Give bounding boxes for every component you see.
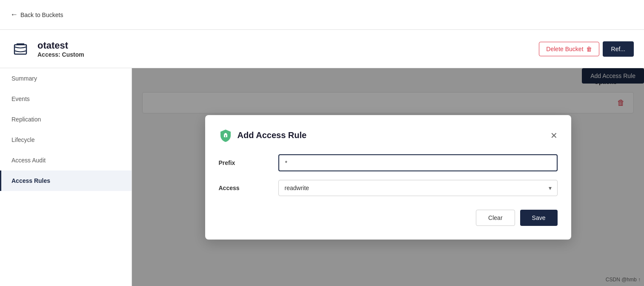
sidebar-item-access-rules[interactable]: Access Rules	[0, 170, 132, 191]
bucket-details: otatest Access: Custom	[37, 40, 84, 58]
prefix-form-group: Prefix	[219, 154, 558, 171]
modal-overlay: Add Access Rule ✕ Prefix Access readwrit…	[132, 68, 644, 286]
sidebar-item-replication[interactable]: Replication	[0, 109, 132, 130]
back-link-label: Back to Buckets	[20, 12, 63, 18]
modal: Add Access Rule ✕ Prefix Access readwrit…	[205, 115, 571, 240]
back-link[interactable]: ← Back to Buckets	[10, 10, 63, 19]
shield-lock-icon	[219, 129, 232, 142]
bucket-access-value: Custom	[62, 51, 84, 58]
sidebar: Summary Events Replication Lifecycle Acc…	[0, 68, 132, 286]
clear-button[interactable]: Clear	[476, 210, 515, 226]
modal-footer: Clear Save	[219, 210, 558, 226]
prefix-label: Prefix	[219, 159, 278, 166]
bucket-header: otatest Access: Custom Delete Bucket 🗑 R…	[0, 30, 644, 68]
prefix-input[interactable]	[278, 154, 558, 171]
access-form-group: Access readwrite readonly writeonly none…	[219, 180, 558, 196]
modal-close-button[interactable]: ✕	[550, 131, 558, 140]
refresh-button[interactable]: Ref...	[603, 41, 634, 57]
modal-header: Add Access Rule ✕	[219, 129, 558, 142]
top-bar: ← Back to Buckets	[0, 0, 644, 30]
back-arrow-icon: ←	[10, 10, 18, 19]
sidebar-item-events[interactable]: Events	[0, 89, 132, 109]
svg-rect-0	[14, 45, 26, 54]
trash-icon: 🗑	[586, 46, 592, 52]
bucket-name: otatest	[37, 40, 84, 51]
save-button[interactable]: Save	[520, 210, 558, 226]
sidebar-item-access-audit[interactable]: Access Audit	[0, 150, 132, 170]
sidebar-item-lifecycle[interactable]: Lifecycle	[0, 130, 132, 150]
access-select[interactable]: readwrite readonly writeonly none	[278, 180, 558, 196]
content-area: Options 🗑 Add Access Rule	[132, 68, 644, 286]
delete-bucket-button[interactable]: Delete Bucket 🗑	[539, 42, 599, 56]
header-actions: Delete Bucket 🗑 Ref...	[539, 41, 634, 57]
main-layout: Summary Events Replication Lifecycle Acc…	[0, 68, 644, 286]
modal-title-group: Add Access Rule	[219, 129, 307, 142]
bucket-info: otatest Access: Custom	[10, 39, 84, 59]
svg-point-2	[224, 133, 227, 136]
access-select-wrapper: readwrite readonly writeonly none ▾	[278, 180, 558, 196]
modal-title: Add Access Rule	[238, 130, 307, 140]
bucket-icon	[10, 39, 31, 59]
bucket-access: Access: Custom	[37, 51, 84, 58]
sidebar-item-summary[interactable]: Summary	[0, 68, 132, 89]
access-label: Access	[219, 185, 278, 191]
